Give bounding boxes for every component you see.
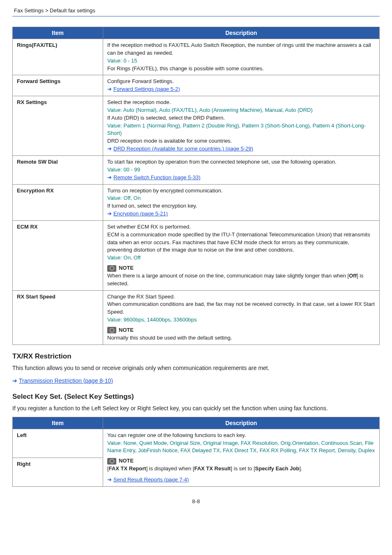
table-row: Rings(FAX/TEL) If the reception method i… <box>13 39 380 75</box>
note-icon <box>107 327 116 333</box>
link-remote-switch[interactable]: Remote Switch Function (page 5-33) <box>113 174 201 180</box>
desc-select-key: You can register one of the following fu… <box>103 429 380 486</box>
desc-text: Turns on reception by encrypted communic… <box>107 187 223 194</box>
desc-forward: Configure Forward Settings. ➔Forward Set… <box>103 75 380 96</box>
value-label: Value <box>107 166 120 173</box>
value-text: : 9600bps, 14400bps, 33600bps <box>120 317 197 323</box>
desc-rx-settings: Select the reception mode. Value: Auto (… <box>103 96 380 156</box>
note-text-part: ] is set to [ <box>231 465 255 472</box>
desc-ecm-rx: Set whether ECM RX is performed. ECM is … <box>103 220 380 290</box>
note-icon <box>107 458 116 465</box>
value-text: : None, Quiet Mode, Original Size, Origi… <box>107 440 375 454</box>
value-text: : Auto (Normal), Auto (FAX/TEL), Auto (A… <box>120 107 312 113</box>
item-rings: Rings(FAX/TEL) <box>13 39 103 75</box>
col-header-desc: Description <box>103 27 380 39</box>
section-select-key-set: Select Key Set. (Select Key Settings) <box>12 393 380 401</box>
desc-text: To start fax reception by operation from… <box>107 159 337 165</box>
value-text: : Pattern 1 (Normal Ring), Pattern 2 (Do… <box>107 123 366 136</box>
item-remote-sw-dial: Remote SW Dial <box>13 155 103 184</box>
table-row: Left You can register one of the followi… <box>13 429 380 458</box>
item-right: Right <box>13 458 103 486</box>
link-forward-settings[interactable]: Forward Settings (page 5-2) <box>113 86 180 92</box>
desc-text: Change the RX Start Speed. <box>107 294 175 300</box>
note-text: Normally this should be used with the de… <box>107 335 232 341</box>
desc-text: For Rings (FAX/TEL), this change is poss… <box>107 65 264 72</box>
item-forward: Forward Settings <box>13 75 103 96</box>
note-block: NOTE <box>107 264 375 272</box>
value-text: : 00 - 99 <box>120 166 140 173</box>
desc-text: Set whether ECM RX is performed. <box>107 224 191 230</box>
desc-text: If turned on, select the encryption key. <box>107 203 197 209</box>
desc-text: Configure Forward Settings. <box>107 78 174 84</box>
arrow-icon: ➔ <box>107 145 112 153</box>
value-label: Value <box>107 58 120 64</box>
desc-encryption-rx: Turns on reception by encrypted communic… <box>103 184 380 220</box>
breadcrumb-page: Default fax settings <box>50 7 95 14</box>
col-header-item: Item <box>13 27 103 39</box>
table-row: Encryption RX Turns on reception by encr… <box>13 184 380 220</box>
item-rx-start-speed: RX Start Speed <box>13 290 103 345</box>
note-block: NOTE <box>107 326 375 334</box>
breadcrumb: Fax Settings > Default fax settings <box>12 0 380 16</box>
table-row: ECM RX Set whether ECM RX is performed. … <box>13 220 380 290</box>
section-body: This function allows you to send or rece… <box>12 364 380 372</box>
link-drd-reception[interactable]: DRD Reception (Available for some countr… <box>113 146 253 152</box>
note-label: NOTE <box>119 326 134 334</box>
link-transmission-restriction[interactable]: Transmission Restriction (page 8-10) <box>19 377 113 384</box>
desc-rx-start-speed: Change the RX Start Speed. When communic… <box>103 290 380 345</box>
breadcrumb-section: Fax Settings <box>14 7 44 14</box>
desc-text: You can register one of the following fu… <box>107 432 246 438</box>
arrow-icon: ➔ <box>12 377 17 385</box>
table-row: Forward Settings Configure Forward Setti… <box>13 75 380 96</box>
value-label: Value <box>107 317 120 323</box>
value-text: : Off, On <box>120 195 141 201</box>
table-row: RX Start Speed Change the RX Start Speed… <box>13 290 380 345</box>
desc-text: When communication conditions are bad, t… <box>107 301 375 315</box>
value-label: Value <box>107 195 120 201</box>
link-encryption[interactable]: Encryption (page 5-21) <box>113 210 168 217</box>
arrow-icon: ➔ <box>107 210 112 218</box>
note-text-part: When there is a large amount of noise on… <box>107 273 349 279</box>
note-text: [FAX TX Report] is displayed when [FAX T… <box>107 465 302 472</box>
arrow-icon: ➔ <box>107 86 112 93</box>
value-label: Value <box>107 254 120 261</box>
note-bold: Specify Each Job <box>255 465 300 472</box>
value-text: : 0 - 15 <box>120 58 137 64</box>
select-key-table: Item Description Left You can register o… <box>12 417 380 487</box>
note-label: NOTE <box>119 264 134 272</box>
arrow-icon: ➔ <box>107 174 112 182</box>
arrow-icon: ➔ <box>107 476 112 484</box>
item-ecm-rx: ECM RX <box>13 220 103 290</box>
desc-rings: If the reception method is FAX/TEL Auto … <box>103 39 380 75</box>
col-header-item: Item <box>13 417 103 429</box>
note-text-part: ] is displayed when [ <box>146 465 194 472</box>
fax-settings-table: Item Description Rings(FAX/TEL) If the r… <box>12 27 380 345</box>
note-text-part: ]. <box>299 465 302 472</box>
note-bold: FAX TX Report <box>109 465 146 472</box>
item-rx-settings: RX Settings <box>13 96 103 156</box>
col-header-desc: Description <box>103 417 380 429</box>
link-send-result-reports[interactable]: Send Result Reports (page 7-4) <box>113 476 189 483</box>
item-left: Left <box>13 429 103 458</box>
section-body: If you register a function to the Left S… <box>12 404 380 413</box>
table-row: RX Settings Select the reception mode. V… <box>13 96 380 156</box>
item-encryption-rx: Encryption RX <box>13 184 103 220</box>
header-divider <box>12 16 380 16</box>
value-label: Value <box>107 440 120 446</box>
note-block: NOTE <box>107 457 375 465</box>
desc-text: DRD reception mode is available for some… <box>107 138 232 144</box>
note-text: When there is a large amount of noise on… <box>107 273 364 287</box>
note-bold: Off <box>349 273 357 279</box>
value-text: : On, Off <box>120 254 141 261</box>
desc-text: ECM is a communication mode specified by… <box>107 231 370 253</box>
desc-remote-sw-dial: To start fax reception by operation from… <box>103 155 380 184</box>
value-label: Value <box>107 107 120 113</box>
table-row: Remote SW Dial To start fax reception by… <box>13 155 380 184</box>
value-label: Value <box>107 123 120 129</box>
desc-text: If Auto (DRD) is selected, select the DR… <box>107 115 225 121</box>
note-bold: FAX TX Result <box>194 465 231 472</box>
section-txrx-restriction: TX/RX Restriction <box>12 352 380 361</box>
page-number: 8-8 <box>12 498 380 504</box>
desc-text: Select the reception mode. <box>107 99 171 105</box>
note-label: NOTE <box>119 457 134 465</box>
